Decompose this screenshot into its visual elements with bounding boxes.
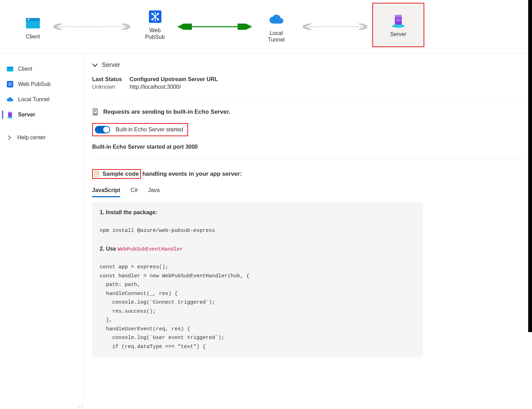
cloud-icon: [6, 96, 14, 103]
section-title: Server: [102, 61, 120, 69]
cloud-icon: [268, 11, 285, 28]
server-icon: [390, 12, 407, 29]
diagram-node-server-label: Server: [373, 31, 424, 37]
sidebar-item-localtunnel[interactable]: Local Tunnel: [0, 92, 83, 107]
upstream-url-value: http://localhost:3000/: [130, 84, 218, 90]
diagram-node-localtunnel-label-l2: Tunnel: [268, 37, 284, 43]
edge-strip: [528, 0, 532, 332]
echo-server-heading-text: Requests are sending to built-in Echo Se…: [103, 108, 230, 115]
section-header-server[interactable]: Server: [92, 61, 532, 69]
code-sample: 1. Install the package: npm install @azu…: [92, 202, 423, 357]
svg-point-26: [7, 117, 13, 119]
sidebar-item-webpubsub-label: Web PubSub: [18, 81, 51, 87]
sidebar: Client Web PubSub Local Tunnel Server: [0, 54, 83, 409]
upstream-url-block: Configured Upstream Server URL http://lo…: [130, 76, 218, 90]
last-status-value: Unknown: [92, 84, 122, 90]
svg-rect-18: [7, 67, 13, 69]
sample-code-rest: handling events in your app server:: [142, 171, 242, 177]
connector-client-wps: [52, 24, 132, 30]
chevron-down-icon: [92, 62, 98, 68]
svg-rect-2: [28, 19, 29, 20]
divider: [92, 158, 532, 158]
diagram-node-client-label: Client: [17, 33, 48, 40]
echo-server-toggle[interactable]: [95, 126, 110, 133]
svg-rect-16: [396, 20, 401, 21]
architecture-diagram: Client Web PubSub: [0, 0, 532, 54]
code-step2a: 2. Use: [100, 246, 118, 252]
echo-server-toggle-row: Built-in Echo Server started: [92, 123, 188, 136]
diagram-node-localtunnel-label-l1: Local: [269, 30, 283, 36]
echo-server-port-text: Built-in Echo Server started at port 300…: [92, 144, 532, 150]
diagram-node-client[interactable]: Client: [17, 15, 48, 40]
webpubsub-icon: [147, 8, 163, 25]
clipboard-icon: [94, 171, 100, 177]
server-icon: [6, 111, 14, 119]
sidebar-item-client-label: Client: [18, 66, 32, 72]
code-step2b: WebPubSubEventHandler: [118, 246, 183, 252]
svg-rect-32: [96, 171, 98, 172]
code-body: const app = express(); const handler = n…: [100, 264, 249, 350]
divider: [92, 99, 532, 99]
svg-rect-25: [8, 112, 12, 113]
diagram-node-server[interactable]: Server: [372, 3, 424, 47]
echo-server-toggle-label: Built-in Echo Server started: [116, 127, 183, 133]
tab-javascript[interactable]: JavaScript: [92, 184, 120, 197]
diagram-node-webpubsub[interactable]: Web PubSub: [137, 8, 173, 40]
sidebar-item-client[interactable]: Client: [0, 61, 83, 77]
connector-wps-tunnel: [177, 24, 253, 30]
main-content: Server Last Status Unknown Configured Up…: [83, 54, 532, 409]
chevron-right-icon: [7, 135, 12, 140]
code-step1: 1. Install the package:: [100, 209, 157, 215]
svg-point-30: [93, 114, 98, 115]
sidebar-item-helpcenter[interactable]: Help center: [0, 130, 83, 145]
svg-point-12: [392, 24, 405, 28]
sidebar-item-helpcenter-label: Help center: [17, 134, 46, 141]
sidebar-item-localtunnel-label: Local Tunnel: [18, 96, 50, 103]
upstream-url-header: Configured Upstream Server URL: [130, 76, 218, 82]
diagram-node-localtunnel[interactable]: Local Tunnel: [258, 11, 294, 43]
sidebar-item-webpubsub[interactable]: Web PubSub: [0, 77, 83, 92]
svg-rect-15: [396, 19, 401, 19]
connector-tunnel-server: [301, 24, 369, 30]
client-icon: [6, 65, 14, 73]
diagram-node-webpubsub-label-l1: Web: [149, 27, 161, 33]
tab-java[interactable]: Java: [148, 184, 160, 197]
code-npm: npm install @azure/web-pubsub-express: [100, 228, 215, 234]
echo-server-heading: Requests are sending to built-in Echo Se…: [92, 108, 532, 115]
code-tabs: JavaScript C# Java: [92, 184, 532, 197]
client-icon: [25, 15, 41, 31]
sample-code-heading: Sample code handling events in your app …: [92, 169, 532, 179]
svg-rect-14: [395, 15, 402, 17]
last-status-block: Last Status Unknown: [92, 76, 122, 90]
last-status-header: Last Status: [92, 76, 122, 82]
sidebar-item-server[interactable]: Server: [0, 107, 83, 122]
server-outline-icon: [92, 108, 98, 115]
webpubsub-icon: [6, 80, 14, 88]
diagram-node-webpubsub-label-l2: PubSub: [145, 34, 165, 40]
sample-code-label: Sample code: [103, 171, 139, 177]
tab-csharp[interactable]: C#: [131, 184, 138, 197]
sidebar-item-server-label: Server: [18, 112, 35, 118]
